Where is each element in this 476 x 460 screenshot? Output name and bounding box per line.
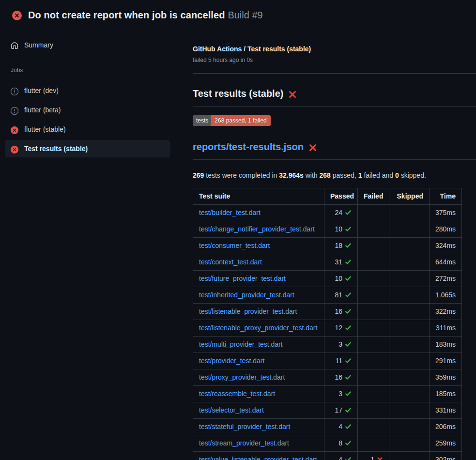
sidebar-item-flutter-dev[interactable]: flutter (dev) <box>5 82 170 99</box>
report-heading: reports/test-results.json <box>193 139 476 160</box>
build-number: Build #9 <box>228 10 262 20</box>
check-icon <box>345 307 352 315</box>
check-icon <box>345 340 352 348</box>
table-row: test/builder_test.dart 24 375ms <box>193 204 462 221</box>
failed-cell <box>358 320 389 336</box>
suite-link[interactable]: test/stream_provider_test.dart <box>199 439 289 447</box>
table-row: test/listenable_proxy_provider_test.dart… <box>193 320 462 336</box>
badge-label: tests <box>193 115 211 126</box>
check-icon <box>345 390 352 398</box>
x-icon <box>377 456 383 460</box>
table-header-row: Test suite Passed Failed Skipped Time <box>193 188 462 204</box>
x-circle-icon <box>11 144 18 153</box>
sidebar-item-flutter-stable[interactable]: flutter (stable) <box>5 121 170 138</box>
failed-cell <box>358 237 389 254</box>
jobs-section-label: Jobs <box>11 66 170 75</box>
skipped-cell <box>389 254 430 270</box>
skipped-cell <box>389 402 430 418</box>
failed-cell <box>358 336 389 353</box>
check-icon <box>345 258 352 266</box>
sidebar-item-summary[interactable]: Summary <box>5 36 170 54</box>
suite-link[interactable]: test/change_notifier_provider_test.dart <box>199 225 315 233</box>
suite-link[interactable]: test/builder_test.dart <box>199 209 261 216</box>
sidebar-item-flutter-beta[interactable]: flutter (beta) <box>5 101 170 119</box>
jobs-sidebar: Summary Jobs flutter (dev) flutter (beta… <box>0 29 175 157</box>
skipped-cell <box>389 369 430 385</box>
test-results-table: Test suite Passed Failed Skipped Time te… <box>193 188 462 460</box>
table-row: test/future_provider_test.dart 10 272ms <box>193 270 462 287</box>
page-title: Do not create report when job is cancell… <box>28 10 225 20</box>
divider <box>193 73 476 74</box>
table-row: test/stateful_provider_test.dart 4 206ms <box>193 418 462 435</box>
suite-link[interactable]: test/proxy_provider_test.dart <box>199 373 285 381</box>
skipped-cell <box>389 418 430 435</box>
summary-text: 269 tests were completed in 32.964s with… <box>193 170 476 180</box>
suite-link[interactable]: test/consumer_test.dart <box>199 242 270 249</box>
check-icon <box>345 275 352 282</box>
col-header-passed: Passed <box>324 188 358 204</box>
table-row: test/selector_test.dart 17 331ms <box>193 402 462 418</box>
table-row: test/value_listenable_provider_test.dart… <box>193 451 462 460</box>
suite-link[interactable]: test/value_listenable_provider_test.dart <box>199 456 317 460</box>
passed-cell: 31 <box>324 254 358 270</box>
skipped-cell <box>389 320 430 336</box>
badge-value: 268 passed, 1 failed <box>211 115 270 126</box>
failed-cell <box>358 221 389 237</box>
passed-cell: 11 <box>324 353 358 369</box>
check-meta: failed 5 hours ago in 0s <box>193 56 476 64</box>
passed-cell: 4 <box>324 418 358 435</box>
skipped-cell <box>389 237 430 254</box>
suite-link[interactable]: test/stateful_provider_test.dart <box>199 423 290 430</box>
table-row: test/consumer_test.dart 18 324ms <box>193 237 462 254</box>
check-icon <box>345 357 352 365</box>
failed-cell: 1 <box>358 451 389 460</box>
suite-link[interactable]: test/reassemble_test.dart <box>199 390 275 398</box>
suite-link[interactable]: test/listenable_proxy_provider_test.dart <box>199 324 317 332</box>
suite-link[interactable]: test/provider_test.dart <box>199 357 264 365</box>
failed-cell <box>358 369 389 385</box>
passed-cell: 3 <box>324 336 358 353</box>
check-icon <box>345 373 352 381</box>
check-icon <box>345 439 352 447</box>
time-cell: 375ms <box>430 204 462 221</box>
suite-link[interactable]: test/inherited_provider_test.dart <box>199 291 294 299</box>
skipped-cell <box>389 204 430 221</box>
skipped-cell <box>389 435 430 451</box>
x-circle-icon <box>12 10 22 20</box>
suite-link[interactable]: test/context_test.dart <box>199 258 262 266</box>
failed-cell <box>358 303 389 320</box>
time-cell: 1.065s <box>430 287 462 303</box>
report-file-link[interactable]: reports/test-results.json <box>193 140 304 154</box>
failed-cell <box>358 418 389 435</box>
table-row: test/stream_provider_test.dart 8 259ms <box>193 435 462 451</box>
sidebar-item-test-results-stable[interactable]: Test results (stable) <box>5 140 170 157</box>
cross-mark-icon <box>308 140 317 154</box>
table-row: test/listenable_provider_test.dart 16 32… <box>193 303 462 320</box>
skipped-cell <box>389 336 430 353</box>
time-cell: 272ms <box>430 270 462 287</box>
passed-cell: 17 <box>324 402 358 418</box>
col-header-test-suite: Test suite <box>193 188 324 204</box>
skipped-cell <box>389 385 430 402</box>
suite-link[interactable]: test/listenable_provider_test.dart <box>199 307 297 315</box>
suite-link[interactable]: test/multi_provider_test.dart <box>199 340 283 348</box>
table-row: test/reassemble_test.dart 3 185ms <box>193 385 462 402</box>
suite-link[interactable]: test/selector_test.dart <box>199 406 264 414</box>
passed-cell: 12 <box>324 320 358 336</box>
passed-cell: 16 <box>324 369 358 385</box>
passed-cell: 18 <box>324 237 358 254</box>
time-cell: 331ms <box>430 402 462 418</box>
time-cell: 302ms <box>430 451 462 460</box>
cross-mark-icon <box>288 87 297 101</box>
time-cell: 322ms <box>430 303 462 320</box>
time-cell: 324ms <box>430 237 462 254</box>
col-header-skipped: Skipped <box>389 188 430 204</box>
table-row: test/change_notifier_provider_test.dart … <box>193 221 462 237</box>
table-row: test/context_test.dart 31 644ms <box>193 254 462 270</box>
passed-cell: 10 <box>324 221 358 237</box>
check-icon <box>345 209 352 216</box>
table-row: test/proxy_provider_test.dart 16 359ms <box>193 369 462 385</box>
skipped-cell <box>389 451 430 460</box>
suite-link[interactable]: test/future_provider_test.dart <box>199 275 286 282</box>
skipped-cell <box>389 287 430 303</box>
